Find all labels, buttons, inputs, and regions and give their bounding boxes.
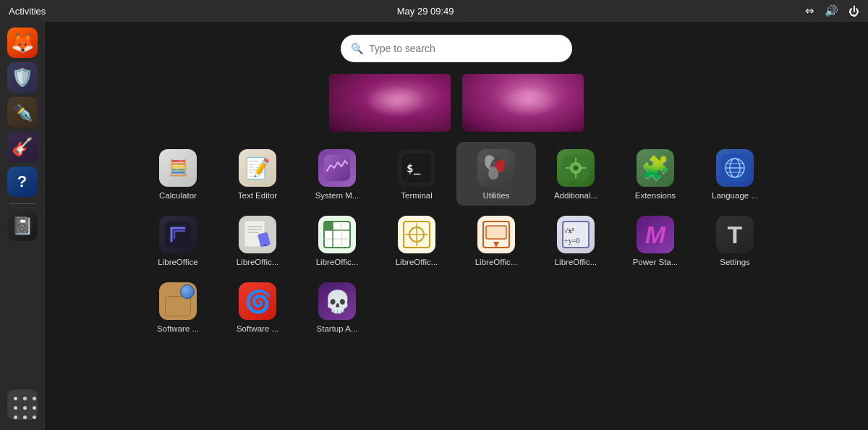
window-thumbnails <box>329 74 584 132</box>
app-libreoffice[interactable]: LibreOffice <box>138 208 218 272</box>
app-settings-label: Settings <box>720 258 750 266</box>
lomath-icon: √x² +y=0 <box>557 216 595 253</box>
additional-icon <box>557 149 595 187</box>
app-systemmon[interactable]: System M... <box>297 142 377 206</box>
sidebar: 🦊 🛡️ ✒️ 🎸 ? 📓 <box>0 0 45 430</box>
app-utilities-label: Utilities <box>482 191 509 200</box>
loimpress-icon <box>477 216 515 253</box>
search-icon: 🔍 <box>351 43 363 54</box>
softwareup-icon <box>159 282 197 320</box>
app-loimpress[interactable]: LibreOffic... <box>456 208 536 272</box>
svg-point-9 <box>574 166 578 170</box>
app-calculator[interactable]: 🧮 Calculator <box>138 142 218 206</box>
sidebar-item-help[interactable]: ? <box>7 166 38 197</box>
app-powerstat[interactable]: M Power Sta... <box>616 208 695 272</box>
app-softwarec-label: Software ... <box>237 324 278 333</box>
app-softwarec[interactable]: 🌀 Software ... <box>218 275 297 339</box>
svg-rect-16 <box>165 222 191 248</box>
extensions-icon: 🧩 <box>637 149 674 187</box>
app-startup-label: Startup A... <box>317 324 358 333</box>
app-localc[interactable]: LibreOffic... <box>297 208 377 272</box>
sidebar-divider <box>9 203 35 204</box>
window-preview-2 <box>462 74 584 132</box>
app-additional[interactable]: Additional... <box>536 142 616 206</box>
app-systemmon-label: System M... <box>315 191 359 200</box>
app-texteditor[interactable]: 📝 Text Editor <box>218 142 297 206</box>
app-lowriter-label: LibreOffic... <box>237 258 279 266</box>
activities-button[interactable]: Activities <box>9 6 46 17</box>
app-grid: 🧮 Calculator 📝 Text Editor System M... <box>124 142 789 339</box>
app-lodraw-label: LibreOffic... <box>396 258 438 266</box>
power-icon[interactable]: ⏻ <box>848 5 859 17</box>
app-powerstat-label: Power Sta... <box>633 258 678 266</box>
svg-text:+y=0: +y=0 <box>564 237 579 245</box>
app-terminal[interactable]: $_ Terminal <box>377 142 456 206</box>
powerstat-icon: M <box>637 216 674 253</box>
app-language[interactable]: Language ... <box>695 142 775 206</box>
sidebar-item-note[interactable]: ✒️ <box>7 97 38 127</box>
systemmon-icon <box>318 149 356 187</box>
sidebar-item-guard[interactable]: 🛡️ <box>7 62 38 93</box>
libreoffice-icon <box>159 216 197 253</box>
utilities-icon <box>477 149 515 187</box>
app-language-label: Language ... <box>712 191 758 200</box>
topbar-icons: ⇔ 🔊 ⏻ <box>805 4 859 17</box>
app-startup[interactable]: 💀 Startup A... <box>297 275 377 339</box>
app-calculator-label: Calculator <box>159 191 197 200</box>
main-content: 🔍 🧮 Calculator 📝 Text Editor <box>45 0 868 430</box>
app-lomath[interactable]: √x² +y=0 LibreOffic... <box>536 208 616 272</box>
svg-text:$_: $_ <box>407 161 421 175</box>
svg-rect-34 <box>486 226 506 239</box>
app-extensions-label: Extensions <box>635 191 676 200</box>
topbar: Activities May 29 09:49 ⇔ 🔊 ⏻ <box>0 0 868 22</box>
svg-text:√x²: √x² <box>564 227 574 235</box>
lodraw-icon <box>398 216 435 253</box>
localc-icon <box>318 216 356 253</box>
search-input[interactable] <box>369 43 562 54</box>
app-extensions[interactable]: 🧩 Extensions <box>616 142 695 206</box>
app-additional-label: Additional... <box>554 191 597 200</box>
sidebar-item-firefox[interactable]: 🦊 <box>7 28 38 58</box>
app-lomath-label: LibreOffic... <box>555 258 597 266</box>
app-terminal-label: Terminal <box>401 191 432 200</box>
app-texteditor-label: Text Editor <box>238 191 277 200</box>
app-lowriter[interactable]: LibreOffic... <box>218 208 297 272</box>
settings-icon: T <box>716 216 754 253</box>
app-settings[interactable]: T Settings <box>695 208 775 272</box>
startup-icon: 💀 <box>318 282 356 320</box>
terminal-icon: $_ <box>398 149 435 187</box>
texteditor-icon: 📝 <box>239 149 276 187</box>
sidebar-item-guitar[interactable]: 🎸 <box>7 132 38 162</box>
app-libreoffice-label: LibreOffice <box>158 258 197 266</box>
svg-rect-28 <box>324 222 333 230</box>
window-thumb-2[interactable] <box>462 74 584 132</box>
app-softwareup[interactable]: Software ... <box>138 275 218 339</box>
datetime: May 29 09:49 <box>397 6 454 17</box>
resize-icon[interactable]: ⇔ <box>805 4 814 17</box>
softwarec-icon: 🌀 <box>239 282 276 320</box>
app-localc-label: LibreOffic... <box>316 258 359 266</box>
search-bar[interactable]: 🔍 <box>341 35 572 62</box>
language-icon <box>716 149 754 187</box>
window-thumb-1[interactable] <box>329 74 451 132</box>
calculator-icon: 🧮 <box>159 149 197 187</box>
app-lodraw[interactable]: LibreOffic... <box>377 208 456 272</box>
apps-grid-button[interactable] <box>7 389 38 420</box>
window-preview-1 <box>329 74 451 132</box>
app-utilities[interactable]: Utilities <box>456 142 536 206</box>
app-loimpress-label: LibreOffic... <box>475 258 518 266</box>
lowriter-icon <box>239 216 276 253</box>
sidebar-item-coffin[interactable]: 📓 <box>7 211 38 241</box>
app-softwareup-label: Software ... <box>157 324 199 333</box>
volume-icon[interactable]: 🔊 <box>825 4 838 17</box>
